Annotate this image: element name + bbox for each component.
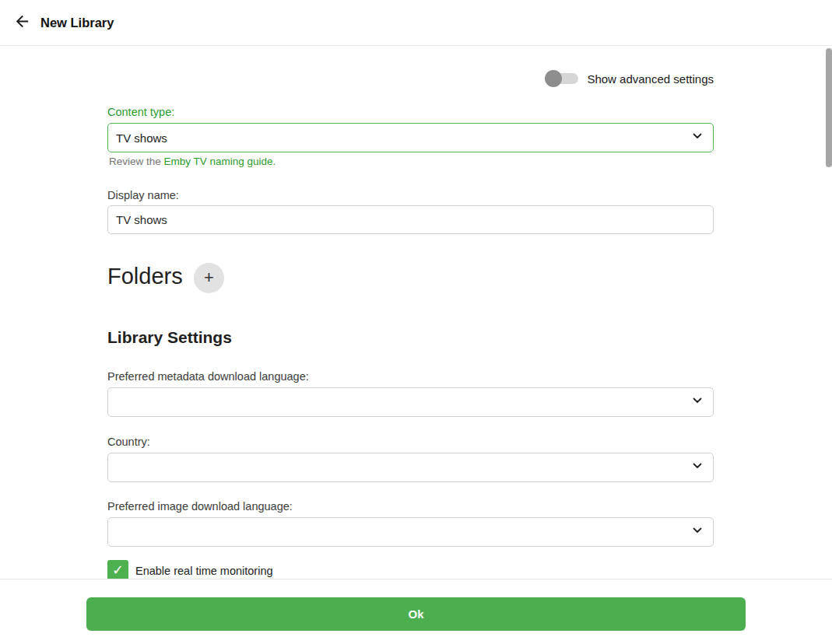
back-arrow-icon (13, 12, 31, 33)
chevron-down-icon (691, 130, 704, 145)
library-settings-heading: Library Settings (107, 328, 232, 347)
new-library-page: New Library Show advanced settings Conte… (0, 0, 832, 644)
helper-prefix: Review the (109, 156, 164, 167)
folders-heading: Folders (107, 264, 183, 289)
show-advanced-settings-label: Show advanced settings (587, 72, 714, 86)
image-language-label: Preferred image download language: (107, 500, 293, 513)
app-header: New Library (0, 0, 832, 46)
realtime-monitoring-row: ✓ Enable real time monitoring (107, 560, 273, 579)
content-type-value: TV shows (116, 131, 167, 145)
realtime-monitoring-checkbox[interactable]: ✓ (107, 560, 128, 579)
show-advanced-settings-toggle[interactable] (545, 70, 579, 87)
back-button[interactable] (8, 9, 36, 37)
content-type-label: Content type: (107, 106, 174, 118)
display-name-input[interactable] (107, 205, 714, 234)
metadata-language-select[interactable] (107, 387, 714, 417)
ok-button[interactable]: Ok (86, 597, 746, 631)
chevron-down-icon (691, 524, 704, 540)
country-label: Country: (107, 436, 150, 448)
form-scroll-area: Show advanced settings Content type: TV … (0, 46, 832, 579)
chevron-down-icon (691, 394, 704, 410)
checkmark-icon: ✓ (112, 563, 124, 577)
metadata-language-label: Preferred metadata download language: (107, 370, 309, 383)
emby-tv-naming-guide-link[interactable]: Emby TV naming guide. (164, 156, 276, 167)
add-folder-button[interactable]: + (194, 263, 224, 293)
content-type-helper: Review the Emby TV naming guide. (109, 156, 276, 167)
plus-icon: + (204, 269, 214, 286)
realtime-monitoring-label: Enable real time monitoring (135, 560, 273, 577)
scrollbar-thumb[interactable] (826, 48, 832, 167)
advanced-settings-row: Show advanced settings (107, 70, 714, 87)
dialog-footer: Ok (0, 579, 832, 644)
country-select[interactable] (107, 453, 714, 482)
scrollbar[interactable] (825, 46, 832, 579)
image-language-select[interactable] (107, 517, 714, 547)
chevron-down-icon (691, 460, 704, 475)
content-type-select[interactable]: TV shows (107, 123, 714, 152)
toggle-knob (545, 70, 562, 87)
page-title: New Library (40, 0, 114, 45)
display-name-label: Display name: (107, 189, 179, 201)
